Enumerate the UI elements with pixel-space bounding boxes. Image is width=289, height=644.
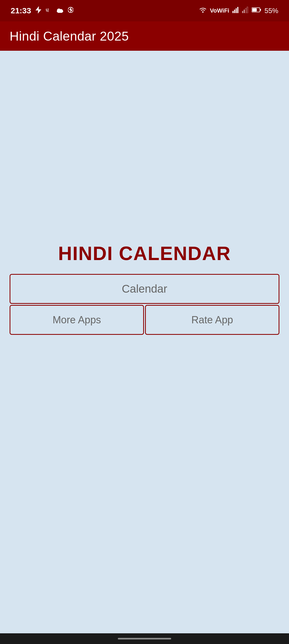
svg-marker-0	[35, 6, 41, 14]
status-bar: 21:33 ध VoWiFi 55%	[0, 0, 289, 21]
battery-icon	[252, 7, 261, 14]
bottom-bar	[0, 633, 289, 644]
svg-rect-17	[260, 9, 261, 11]
buttons-section: Calendar More Apps Rate App	[10, 274, 279, 335]
home-indicator	[118, 638, 171, 639]
vowifi-label: VoWiFi	[210, 7, 229, 14]
status-time: 21:33	[11, 6, 31, 15]
svg-rect-15	[247, 7, 248, 13]
button-row: More Apps Rate App	[10, 305, 279, 335]
app-header-title: Hindi Calendar 2025	[10, 29, 129, 44]
center-section: HINDI CALENDAR Calendar More Apps Rate A…	[10, 242, 279, 335]
svg-point-4	[59, 9, 63, 12]
svg-rect-11	[237, 7, 238, 13]
app-header: Hindi Calendar 2025	[0, 21, 289, 51]
rate-app-button[interactable]: Rate App	[145, 305, 279, 335]
status-left: 21:33 ध	[11, 6, 73, 15]
svg-rect-14	[245, 8, 246, 13]
svg-rect-9	[234, 10, 235, 13]
main-content: HINDI CALENDAR Calendar More Apps Rate A…	[0, 51, 289, 633]
svg-point-7	[202, 11, 204, 13]
wifi-icon	[199, 7, 207, 14]
calendar-button[interactable]: Calendar	[10, 274, 279, 304]
battery-percent: 55%	[264, 7, 278, 15]
svg-rect-18	[252, 8, 257, 11]
hindi-calendar-heading: HINDI CALENDAR	[58, 242, 231, 264]
cloud-icon	[56, 7, 64, 14]
bolt-icon	[68, 6, 73, 15]
more-apps-button[interactable]: More Apps	[10, 305, 144, 335]
flash-icon	[35, 6, 41, 15]
signal-icon	[232, 7, 239, 15]
svg-rect-8	[232, 11, 234, 13]
svg-rect-12	[242, 11, 243, 13]
svg-rect-10	[236, 8, 237, 13]
status-right: VoWiFi 55%	[199, 7, 278, 15]
phone-icon: ध	[46, 7, 52, 15]
svg-text:ध: ध	[46, 7, 49, 13]
svg-rect-13	[244, 10, 245, 13]
signal2-icon	[242, 7, 248, 15]
